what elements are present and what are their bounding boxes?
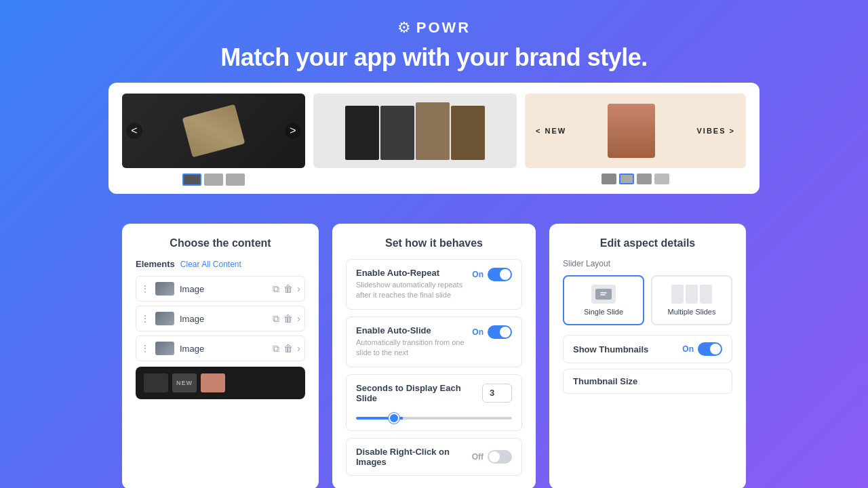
logo-text: POWR: [416, 19, 471, 37]
disable-right-click-row: Disable Right-Click on Images Off: [346, 438, 522, 476]
disable-right-click-label: Disable Right-Click on Images: [356, 447, 472, 467]
elements-label: Elements: [136, 259, 175, 269]
clear-all-button[interactable]: Clear All Content: [180, 260, 241, 269]
auto-slide-status: On: [472, 327, 484, 337]
slide-left: < >: [122, 94, 305, 186]
element-row-1: ⋮ Image ⧉ 🗑 ›: [136, 276, 305, 302]
figure-1: [345, 106, 379, 160]
bottom-section: Choose the content Elements Clear All Co…: [0, 207, 868, 488]
layout-options: Single Slide Multiple Slides: [563, 275, 732, 325]
aspect-panel: Edit aspect details Slider Layout Single…: [549, 224, 746, 488]
auto-repeat-desc: Slideshow automatically repeats after it…: [356, 280, 472, 301]
slide-middle: [313, 94, 517, 168]
show-thumbnails-toggle[interactable]: [698, 342, 722, 356]
auto-repeat-label: Enable Auto-Repeat: [356, 268, 472, 278]
fthumb-1[interactable]: [601, 174, 616, 184]
header: ⚙ POWR Match your app with your brand st…: [0, 0, 868, 83]
drag-handle-1[interactable]: ⋮: [140, 283, 150, 294]
slide-fashion-image: < NEW VIBES >: [525, 94, 746, 168]
content-panel-title: Choose the content: [136, 237, 305, 249]
behavior-panel-title: Set how it behaves: [346, 237, 522, 249]
powr-icon: ⚙: [397, 19, 411, 37]
svg-rect-0: [595, 289, 612, 300]
fthumb-3[interactable]: [637, 174, 652, 184]
seconds-header: Seconds to Display Each Slide: [356, 383, 512, 403]
preview-card: NEW: [136, 367, 305, 399]
figure-2: [380, 106, 414, 160]
headline: Match your app with your brand style.: [0, 43, 868, 72]
auto-repeat-info: Enable Auto-Repeat Slideshow automatical…: [356, 268, 472, 301]
fashion-text-right: VIBES >: [697, 127, 736, 135]
layout-multiple-slides[interactable]: Multiple Slides: [651, 275, 732, 325]
element-row-2: ⋮ Image ⧉ 🗑 ›: [136, 306, 305, 331]
auto-slide-toggle-group: On: [472, 325, 512, 339]
expand-icon-1[interactable]: ›: [297, 283, 300, 294]
show-thumbnails-status: On: [682, 344, 694, 354]
copy-icon-2[interactable]: ⧉: [273, 313, 279, 325]
slide-ring-image: < >: [122, 94, 305, 168]
fthumb-2[interactable]: [619, 174, 634, 184]
expand-icon-3[interactable]: ›: [297, 343, 300, 354]
element-actions-3: ⧉ 🗑 ›: [273, 343, 300, 354]
left-thumbnails: [122, 174, 305, 186]
copy-icon-1[interactable]: ⧉: [273, 283, 279, 295]
auto-slide-info: Enable Auto-Slide Automatically transiti…: [356, 325, 472, 359]
multiple-slides-icon: [671, 285, 712, 304]
multi-slide-1: [671, 285, 684, 304]
thumb-3[interactable]: [226, 174, 245, 186]
auto-slide-row: Enable Auto-Slide Automatically transiti…: [346, 317, 522, 367]
aspect-panel-title: Edit aspect details: [563, 237, 732, 249]
layout-single-slide[interactable]: Single Slide: [563, 275, 644, 325]
element-actions-2: ⧉ 🗑 ›: [273, 313, 300, 325]
element-name-2: Image: [180, 314, 267, 324]
thumb-1[interactable]: [182, 174, 201, 186]
seconds-slider[interactable]: [356, 417, 512, 420]
single-slide-svg: [594, 287, 613, 301]
auto-slide-toggle[interactable]: [488, 325, 512, 339]
drag-handle-3[interactable]: ⋮: [140, 343, 150, 354]
element-name-1: Image: [180, 284, 267, 294]
element-row-3: ⋮ Image ⧉ 🗑 ›: [136, 336, 305, 361]
prev-arrow-left[interactable]: <: [126, 123, 142, 139]
single-slide-label: Single Slide: [584, 308, 623, 316]
seconds-row: Seconds to Display Each Slide: [346, 374, 522, 431]
auto-repeat-status: On: [472, 270, 484, 279]
slide-right: < NEW VIBES >: [525, 94, 746, 184]
behavior-panel: Set how it behaves Enable Auto-Repeat Sl…: [332, 224, 536, 488]
element-thumb-2: [155, 312, 174, 325]
element-actions-1: ⧉ 🗑 ›: [273, 283, 300, 295]
show-thumbnails-row: Show Thumbnails On: [563, 335, 732, 363]
disable-right-click-status: Off: [472, 452, 484, 462]
single-slide-icon: [591, 285, 616, 304]
group-figures: [345, 102, 485, 160]
seconds-label: Seconds to Display Each Slide: [356, 383, 482, 403]
figure-4: [451, 106, 485, 160]
auto-slide-desc: Automatically transition from one slide …: [356, 338, 472, 359]
delete-icon-1[interactable]: 🗑: [283, 283, 293, 294]
drag-handle-2[interactable]: ⋮: [140, 313, 150, 324]
thumbnail-size-label: Thumbnail Size: [573, 376, 722, 386]
slider-preview: < > < NEW: [108, 83, 760, 194]
elements-header: Elements Clear All Content: [136, 259, 305, 269]
delete-icon-2[interactable]: 🗑: [283, 313, 293, 324]
multi-slide-3: [700, 285, 712, 304]
slide-group-image: [313, 94, 517, 168]
fashion-model: [608, 104, 655, 158]
multi-slide-2: [686, 285, 698, 304]
right-thumbnails: [525, 174, 746, 184]
disable-right-click-toggle[interactable]: [488, 450, 512, 464]
copy-icon-3[interactable]: ⧉: [273, 343, 279, 354]
fthumb-4[interactable]: [654, 174, 669, 184]
seconds-value-input[interactable]: [482, 384, 512, 403]
logo: ⚙ POWR: [0, 19, 868, 37]
expand-icon-2[interactable]: ›: [297, 313, 300, 324]
multiple-slides-label: Multiple Slides: [668, 308, 716, 316]
element-thumb-3: [155, 342, 174, 355]
element-thumb-1: [155, 282, 174, 296]
thumb-2[interactable]: [204, 174, 223, 186]
auto-slide-label: Enable Auto-Slide: [356, 325, 472, 336]
next-arrow-left[interactable]: >: [285, 123, 301, 139]
auto-repeat-toggle[interactable]: [488, 268, 512, 281]
ring-visual: [182, 104, 245, 158]
delete-icon-3[interactable]: 🗑: [283, 343, 293, 354]
